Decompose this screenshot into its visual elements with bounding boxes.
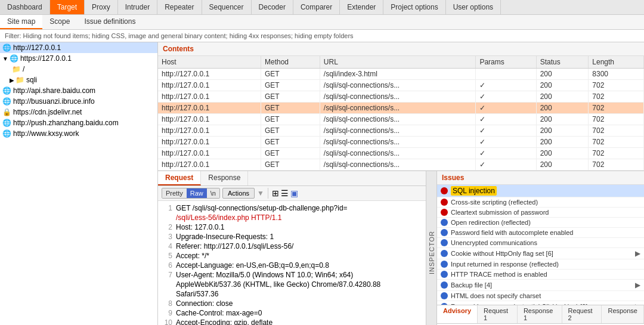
nav-decoder[interactable]: Decoder — [252, 0, 293, 14]
line-text: Safari/537.36 — [176, 290, 218, 298]
issue-label-text: Backup file [4] — [451, 281, 492, 289]
nav-issue-definitions[interactable]: Issue definitions — [77, 15, 143, 29]
issue-label-text: HTTP TRACE method is enabled — [451, 271, 547, 278]
tree-toggle-1[interactable]: ▼ — [2, 55, 8, 62]
layout-icon-1[interactable]: ⊞ — [272, 188, 279, 198]
expand-icon[interactable]: ▶ — [635, 249, 640, 258]
cell-status: 200 — [536, 103, 589, 114]
filter-bar: Filter: Hiding not found items; hiding C… — [0, 30, 644, 42]
nav-site-map[interactable]: Site map — [0, 15, 42, 29]
table-row[interactable]: http://127.0.0.1 GET /sqli/sql-connectio… — [158, 137, 644, 148]
sidebar-item-8[interactable]: 🌐 http://www.kxsy.work — [0, 128, 157, 139]
tree-toggle-3[interactable]: ▶ — [10, 77, 14, 83]
expand-icon[interactable]: ▶ — [635, 281, 640, 289]
cell-params — [476, 69, 536, 80]
nav-target[interactable]: Target — [50, 0, 85, 14]
request-line: /sqli/Less-56/index.php HTTP/1.1 — [160, 213, 423, 222]
issue-label-text: Cross-site scripting (reflected) — [451, 199, 538, 206]
table-row[interactable]: http://127.0.0.1 GET /sqli/sql-connectio… — [158, 148, 644, 159]
issue-item[interactable]: Frameable response (potential Clickjacki… — [437, 301, 644, 305]
col-length[interactable]: Length — [589, 56, 644, 69]
cell-length: 702 — [589, 148, 644, 159]
sidebar-item-1[interactable]: ▼ 🌐 https://127.0.0.1 — [0, 53, 157, 64]
col-status[interactable]: Status — [536, 56, 589, 69]
nav-scope[interactable]: Scope — [42, 15, 77, 29]
btn-raw[interactable]: Raw — [187, 188, 207, 198]
sidebar-item-4[interactable]: 🌐 http://api.share.baidu.com — [0, 85, 157, 96]
issue-item[interactable]: Password field with autocomplete enabled — [437, 228, 644, 238]
issue-item[interactable]: SQL injection — [437, 185, 644, 197]
nav-comparer[interactable]: Comparer — [293, 0, 340, 14]
btn-hex[interactable]: \n — [207, 188, 219, 198]
contents-table: Host Method URL Params Status Length htt… — [158, 56, 644, 171]
nav-user-options[interactable]: User options — [446, 0, 501, 14]
sidebar-item-0[interactable]: 🌐 http://127.0.0.1 — [0, 42, 157, 53]
issue-item[interactable]: HTTP TRACE method is enabled — [437, 270, 644, 280]
issue-item[interactable]: Input returned in response (reflected) — [437, 259, 644, 270]
detail-tab-advisory[interactable]: Advisory — [437, 305, 478, 323]
request-body: 1GET /sqli/sql-connections/setup-db-chal… — [158, 201, 426, 325]
issue-label-text: Cookie without HttpOnly flag set [6] — [451, 250, 553, 257]
col-url[interactable]: URL — [320, 56, 476, 69]
detail-tab-request-2[interactable]: Request 2 — [562, 305, 602, 323]
col-method[interactable]: Method — [261, 56, 320, 69]
line-number: 8 — [160, 299, 172, 308]
layout-icon-3[interactable]: ▣ — [290, 188, 298, 198]
btn-pretty[interactable]: Pretty — [162, 188, 187, 198]
cell-status: 200 — [536, 91, 589, 103]
issue-item[interactable]: Cross-site scripting (reflected) — [437, 197, 644, 208]
tab-request[interactable]: Request — [158, 171, 201, 185]
line-text: Upgrade-Insecure-Requests: 1 — [176, 233, 274, 241]
line-number: 5 — [160, 252, 172, 260]
issue-dot — [441, 261, 448, 268]
detail-tab-request-1[interactable]: Request 1 — [478, 305, 518, 323]
cell-host: http://127.0.0.1 — [158, 80, 261, 91]
globe-icon-5: 🌐 — [2, 97, 11, 106]
cell-status: 200 — [536, 159, 589, 171]
cell-url: /sqli/sql-connections/s... — [320, 103, 476, 114]
layout-icon-2[interactable]: ☰ — [281, 188, 289, 198]
col-params[interactable]: Params — [476, 56, 536, 69]
nav-extender[interactable]: Extender — [340, 0, 383, 14]
sidebar-item-3[interactable]: ▶ 📁 sqli — [0, 75, 157, 85]
issue-item[interactable]: Open redirection (reflected) — [437, 218, 644, 228]
cell-length: 702 — [589, 80, 644, 91]
issue-item[interactable]: Unencrypted communications — [437, 238, 644, 248]
table-row[interactable]: http://127.0.0.1 GET /sqli/sql-connectio… — [158, 91, 644, 103]
nav-proxy[interactable]: Proxy — [85, 0, 118, 14]
tab-response[interactable]: Response — [201, 171, 248, 185]
table-row[interactable]: http://127.0.0.1 GET /sqli/sql-connectio… — [158, 159, 644, 171]
globe-icon-7: 🌐 — [2, 119, 11, 127]
sidebar-item-5[interactable]: 🌐 http://busuanzi.ibruce.info — [0, 96, 157, 107]
table-row[interactable]: http://127.0.0.1 GET /sqli/sql-connectio… — [158, 103, 644, 114]
issue-item[interactable]: Cleartext submission of password — [437, 208, 644, 218]
cell-params: ✓ — [476, 159, 536, 171]
table-row[interactable]: http://127.0.0.1 GET /sqli/index-3.html … — [158, 69, 644, 80]
issue-dot — [441, 229, 448, 236]
cell-host: http://127.0.0.1 — [158, 148, 261, 159]
detail-tab-response-1[interactable]: Response 1 — [518, 305, 562, 323]
detail-tab-response[interactable]: Response — [602, 305, 644, 323]
nav-project-options[interactable]: Project options — [383, 0, 445, 14]
nav-dashboard[interactable]: Dashboard — [0, 0, 50, 14]
table-row[interactable]: http://127.0.0.1 GET /sqli/sql-connectio… — [158, 125, 644, 137]
table-row[interactable]: http://127.0.0.1 GET /sqli/sql-connectio… — [158, 80, 644, 91]
nav-intruder[interactable]: Intruder — [118, 0, 157, 14]
sidebar-item-2[interactable]: 📁 / — [0, 64, 157, 75]
issue-dot — [441, 219, 448, 226]
sidebar-item-6[interactable]: 🔒 https://cdn.jsdelivr.net — [0, 107, 157, 117]
btn-actions[interactable]: Actions — [222, 188, 255, 199]
cell-host: http://127.0.0.1 — [158, 103, 261, 114]
nav-repeater[interactable]: Repeater — [157, 0, 202, 14]
issue-item[interactable]: HTML does not specify charset — [437, 291, 644, 301]
col-host[interactable]: Host — [158, 56, 261, 69]
nav-sequencer[interactable]: Sequencer — [202, 0, 252, 14]
issue-item[interactable]: Backup file [4] ▶ — [437, 280, 644, 291]
cell-url: /sqli/sql-connections/s... — [320, 137, 476, 148]
line-number: 7 — [160, 271, 172, 279]
issue-item[interactable]: Cookie without HttpOnly flag set [6] ▶ — [437, 248, 644, 259]
table-row[interactable]: http://127.0.0.1 GET /sqli/sql-connectio… — [158, 114, 644, 125]
sidebar-item-7[interactable]: 🌐 http://push.zhanzhang.baidu.com — [0, 117, 157, 128]
line-number: 3 — [160, 233, 172, 241]
issues-header: Issues — [437, 171, 644, 185]
